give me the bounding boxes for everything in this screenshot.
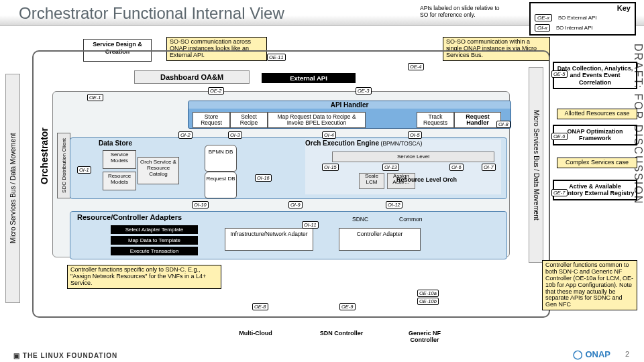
rca-controller-adapter: Controller Adapter (339, 228, 421, 251)
api-handler-title: API Handler (189, 101, 511, 109)
rca-map-data: Map Data to Template (111, 236, 198, 245)
tag-oe9: OE-9 (339, 303, 356, 310)
apis-note: APIs labeled on slide relative to SO for… (420, 5, 507, 19)
linux-foundation-logo: ▣ THE LINUX FOUNDATION (13, 352, 117, 359)
tag-oe10a: OE-10a (417, 290, 439, 297)
resource-models: Resource Models (103, 172, 136, 190)
exec-paren: (BPMN/TOSCA) (381, 140, 423, 147)
note-complex: Complex Services case (557, 158, 637, 168)
micro-services-bus-left: Micro Services Bus / Data Movement (5, 74, 20, 303)
tag-oi4: OI-4 (322, 131, 336, 139)
exec-rlo: Resource Level Orch (366, 176, 488, 183)
tag-oi12: OI-12 (386, 201, 402, 208)
msb-right-label: Micro Services Bus / Data Movement (531, 68, 541, 262)
tag-oi9: OI-9 (288, 201, 303, 208)
micro-services-bus-right: Micro Services Bus / Data Movement (529, 67, 543, 263)
note-allotted: Allotted Resources case (557, 109, 637, 119)
tag-oi5: OI-5 (408, 131, 422, 139)
sdn-controller-box: SDN Controller (311, 328, 372, 349)
onap-logo: ◯ ONAP (573, 349, 610, 359)
tag-oe1: OE-1 (87, 94, 103, 101)
tag-oe11: OE-11 (267, 54, 286, 61)
rca-infra-adapter: Infrastructure/Network Adapter (225, 228, 313, 251)
generic-nf-box: Generic NF Controller (394, 328, 455, 349)
exec-title: Orch Execution Engine (305, 139, 379, 147)
tag-oi11: OI-11 (302, 221, 319, 229)
tag-oe2: OE-2 (208, 87, 224, 95)
tag-oi6: OI-6 (449, 164, 464, 171)
tag-oe4: OE-4 (408, 63, 424, 70)
tag-oi10: OI-10 (192, 201, 209, 208)
exec-service-level: Service Level (332, 152, 494, 162)
tag-oe7: OE-7 (551, 189, 568, 196)
orchestrator-core: Data Store Service Models Resource Model… (70, 137, 507, 199)
service-models: Service Models (103, 150, 136, 169)
rca-title: Resource/Controller Adapters (77, 213, 182, 221)
api-select-recipe: Select Recipe (230, 112, 268, 128)
api-store-request: Store Request (193, 112, 230, 128)
key-oi-desc: SO Internal API (556, 25, 593, 31)
orchestrator-label: Orchestrator (39, 113, 50, 200)
sdc-label: SDC Distribution Client (61, 138, 67, 193)
tag-oi15: OI-15 (322, 164, 339, 171)
api-request-handler: Request Handler (454, 112, 501, 128)
bpmn-db: BPMN DB (205, 145, 237, 172)
tag-oi3: OI-3 (228, 131, 242, 139)
tag-oe6: OE-6 (551, 133, 568, 140)
page-number: 2 (625, 350, 629, 358)
tag-oe5: OE-5 (551, 70, 568, 78)
rca-sdnc: SDNC (352, 216, 368, 223)
note-ctrl-right: Controller functions common to both SDN-… (542, 260, 637, 310)
key-oi-tag: OI-x (535, 24, 550, 32)
tag-oe10b: OE-10b (417, 298, 439, 305)
msb-left-label: Micro Services Bus / Data Movement (7, 74, 18, 302)
tag-oi13: OI-13 (382, 164, 399, 171)
request-db: Request DB (205, 172, 237, 198)
tag-oi2: OI-2 (178, 131, 193, 139)
rca-select-template: Select Adapter Template (111, 225, 198, 234)
api-handler: API Handler Store Request Select Recipe … (188, 101, 511, 129)
orch-catalog: Orch Service & Resource Catalog (138, 157, 179, 184)
tag-oi8: OI-8 (496, 121, 511, 128)
tag-oe8: OE-8 (252, 303, 268, 310)
key-title: Key (617, 4, 631, 12)
dashboard-oam: Dashboard OA&M (134, 70, 250, 84)
api-track-requests: Track Requests (417, 112, 454, 128)
tag-oi16: OI-16 (255, 174, 272, 182)
sdc-distribution-client: SDC Distribution Client (57, 133, 70, 198)
external-api-pill: External API (262, 73, 356, 83)
tag-oi1: OI-1 (77, 166, 91, 174)
rca-common: Common (399, 216, 422, 223)
tag-oi7: OI-7 (482, 164, 496, 171)
slide-title: Orchestrator Functional Internal View (19, 4, 284, 23)
key-oe-desc: SO External API (558, 15, 597, 21)
key-oe-tag: OE-x (535, 14, 552, 21)
note-ctrl-left: Controller functions specific only to SD… (67, 265, 221, 289)
tag-oe3: OE-3 (356, 87, 372, 95)
multi-cloud-box: Multi-Cloud (225, 328, 286, 349)
resource-controller-adapters: Resource/Controller Adapters Select Adap… (70, 211, 507, 259)
rca-execute: Execute Transaction (111, 247, 198, 255)
api-map-request: Map Request Data to Recipe & Invoke BPEL… (268, 112, 366, 128)
data-store-title: Data Store (99, 139, 132, 147)
key-box: Key OE-x SO External API OI-x SO Interna… (529, 2, 636, 36)
